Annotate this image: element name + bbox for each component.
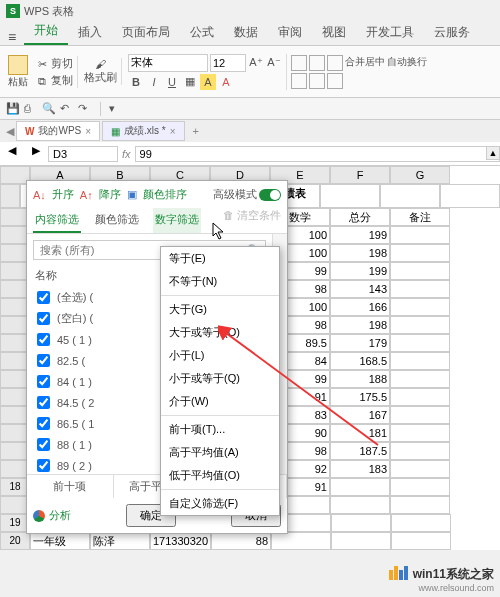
filter-checkbox[interactable] bbox=[37, 333, 50, 346]
cell-total[interactable]: 199 bbox=[330, 226, 390, 244]
cell-note[interactable] bbox=[390, 370, 450, 388]
menu-between[interactable]: 介于(W) bbox=[161, 390, 279, 413]
cell-total[interactable]: 175.5 bbox=[330, 388, 390, 406]
cell-note[interactable] bbox=[390, 406, 450, 424]
format-brush[interactable]: 🖌 格式刷 bbox=[80, 58, 122, 85]
fill-color-button[interactable]: A bbox=[200, 74, 216, 90]
copy-button[interactable]: ⧉复制 bbox=[38, 73, 73, 88]
cut-button[interactable]: ✂剪切 bbox=[38, 56, 73, 71]
menu-greater-eq[interactable]: 大于或等于(O) bbox=[161, 321, 279, 344]
cell-total[interactable]: 143 bbox=[330, 280, 390, 298]
menu-notequal[interactable]: 不等于(N) bbox=[161, 270, 279, 293]
bold-button[interactable]: B bbox=[128, 74, 144, 90]
print-icon[interactable]: ⎙ bbox=[24, 102, 38, 116]
align-left-icon[interactable] bbox=[291, 55, 307, 71]
nav-prev[interactable]: ◀ bbox=[0, 144, 24, 164]
quick-top10[interactable]: 前十项 bbox=[27, 475, 114, 498]
file-tab-current[interactable]: ▦ 成绩.xls * × bbox=[102, 121, 185, 141]
cell-note[interactable] bbox=[390, 316, 450, 334]
cell-total[interactable]: 166 bbox=[330, 298, 390, 316]
filter-checkbox[interactable] bbox=[37, 396, 50, 409]
cell-note[interactable] bbox=[390, 334, 450, 352]
filter-tab-content[interactable]: 内容筛选 bbox=[33, 208, 81, 233]
preview-icon[interactable]: 🔍 bbox=[42, 102, 56, 116]
font-size-select[interactable] bbox=[210, 54, 246, 72]
font-color-button[interactable]: A bbox=[218, 74, 234, 90]
row-header[interactable]: 20 bbox=[0, 532, 30, 550]
name-box[interactable] bbox=[48, 146, 118, 162]
cell-total[interactable]: 179 bbox=[330, 334, 390, 352]
fx-icon[interactable]: fx bbox=[118, 148, 135, 160]
sort-asc-button[interactable]: 升序 bbox=[52, 187, 74, 202]
ribbon-tab-dev[interactable]: 开发工具 bbox=[356, 20, 424, 45]
cell-note[interactable] bbox=[390, 478, 450, 496]
cell-total[interactable]: 199 bbox=[330, 262, 390, 280]
cell-total[interactable]: 181 bbox=[330, 424, 390, 442]
filter-tab-number[interactable]: 数字筛选 bbox=[153, 208, 201, 233]
ribbon-tab-review[interactable]: 审阅 bbox=[268, 20, 312, 45]
more-icon[interactable]: ▾ bbox=[109, 102, 123, 116]
merge-center-button[interactable]: 合并居中 bbox=[345, 55, 385, 71]
ribbon-tab-data[interactable]: 数据 bbox=[224, 20, 268, 45]
menu-above-avg[interactable]: 高于平均值(A) bbox=[161, 441, 279, 464]
sort-desc-button[interactable]: 降序 bbox=[99, 187, 121, 202]
underline-button[interactable]: U bbox=[164, 74, 180, 90]
cell-total[interactable]: 198 bbox=[330, 244, 390, 262]
filter-checkbox[interactable] bbox=[37, 291, 50, 304]
font-name-select[interactable] bbox=[128, 54, 208, 72]
menu-greater[interactable]: 大于(G) bbox=[161, 298, 279, 321]
cell-note[interactable] bbox=[390, 262, 450, 280]
menu-icon[interactable]: ≡ bbox=[0, 29, 24, 45]
italic-button[interactable]: I bbox=[146, 74, 162, 90]
color-sort-button[interactable]: 颜色排序 bbox=[143, 187, 187, 202]
filter-checkbox[interactable] bbox=[37, 417, 50, 430]
valign-top-icon[interactable] bbox=[291, 73, 307, 89]
close-icon[interactable]: × bbox=[170, 126, 176, 137]
align-center-icon[interactable] bbox=[309, 55, 325, 71]
cell-note[interactable] bbox=[390, 244, 450, 262]
save-icon[interactable]: 💾 bbox=[6, 102, 20, 116]
menu-custom[interactable]: 自定义筛选(F) bbox=[161, 492, 279, 515]
cell-note[interactable] bbox=[390, 298, 450, 316]
cell-total[interactable] bbox=[330, 478, 390, 496]
cell-total[interactable] bbox=[330, 496, 390, 514]
ribbon-tab-insert[interactable]: 插入 bbox=[68, 20, 112, 45]
align-right-icon[interactable] bbox=[327, 55, 343, 71]
filter-checkbox[interactable] bbox=[37, 375, 50, 388]
menu-less[interactable]: 小于(L) bbox=[161, 344, 279, 367]
analysis-button[interactable]: 分析 bbox=[33, 508, 71, 523]
border-button[interactable]: ▦ bbox=[182, 74, 198, 90]
undo-icon[interactable]: ↶ bbox=[60, 102, 74, 116]
filter-clear[interactable]: 🗑 清空条件 bbox=[223, 208, 281, 233]
new-tab[interactable]: + bbox=[187, 125, 205, 137]
formula-input[interactable] bbox=[135, 146, 500, 162]
cell-note[interactable] bbox=[390, 280, 450, 298]
file-tab-mywps[interactable]: W 我的WPS × bbox=[16, 121, 100, 141]
ribbon-tab-cloud[interactable]: 云服务 bbox=[424, 20, 480, 45]
ribbon-tab-formula[interactable]: 公式 bbox=[180, 20, 224, 45]
ribbon-tab-start[interactable]: 开始 bbox=[24, 18, 68, 45]
col-header[interactable]: F bbox=[330, 166, 390, 184]
ribbon-tab-view[interactable]: 视图 bbox=[312, 20, 356, 45]
tab-prev[interactable]: ◀ bbox=[6, 125, 14, 138]
menu-less-eq[interactable]: 小于或等于(Q) bbox=[161, 367, 279, 390]
cell-note[interactable] bbox=[390, 226, 450, 244]
cell-total[interactable]: 183 bbox=[330, 460, 390, 478]
cell-total[interactable]: 198 bbox=[330, 316, 390, 334]
cell-note[interactable] bbox=[390, 460, 450, 478]
nav-next[interactable]: ▶ bbox=[24, 144, 48, 164]
row-header[interactable] bbox=[0, 184, 20, 208]
cell-total[interactable]: 188 bbox=[330, 370, 390, 388]
ribbon-tab-layout[interactable]: 页面布局 bbox=[112, 20, 180, 45]
font-increase[interactable]: A⁺ bbox=[248, 55, 264, 71]
menu-top10[interactable]: 前十项(T)... bbox=[161, 418, 279, 441]
cell-note[interactable] bbox=[390, 352, 450, 370]
cell-note[interactable] bbox=[390, 424, 450, 442]
valign-mid-icon[interactable] bbox=[309, 73, 325, 89]
col-note[interactable]: 备注 bbox=[390, 208, 450, 226]
filter-tab-color[interactable]: 颜色筛选 bbox=[93, 208, 141, 233]
wrap-text-button[interactable]: 自动换行 bbox=[387, 55, 427, 71]
close-icon[interactable]: × bbox=[85, 126, 91, 137]
col-total[interactable]: 总分 bbox=[330, 208, 390, 226]
font-decrease[interactable]: A⁻ bbox=[266, 55, 282, 71]
